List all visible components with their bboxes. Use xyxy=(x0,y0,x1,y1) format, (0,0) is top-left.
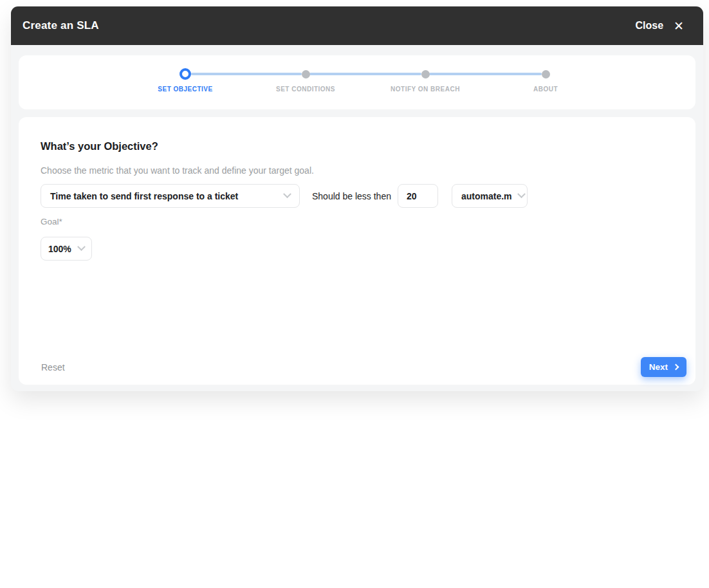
step-dot xyxy=(542,70,550,78)
goal-select[interactable]: 100% xyxy=(41,237,92,261)
stepper-step-set-conditions[interactable]: SET CONDITIONS xyxy=(246,68,365,93)
modal-title: Create an SLA xyxy=(23,19,99,32)
chevron-down-icon xyxy=(283,190,291,198)
step-dot xyxy=(302,70,310,78)
step-label: SET CONDITIONS xyxy=(276,86,335,93)
step-label: NOTIFY ON BREACH xyxy=(391,86,460,93)
close-button-label: Close xyxy=(636,20,664,32)
stepper-step-about[interactable]: ABOUT xyxy=(486,68,605,93)
stepper-step-notify-on-breach[interactable]: NOTIFY ON BREACH xyxy=(366,68,484,93)
goal-label: Goal* xyxy=(41,217,62,226)
goal-select-value: 100% xyxy=(48,244,71,254)
metric-select[interactable]: Time taken to send first response to a t… xyxy=(41,184,300,208)
stepper-step-set-objective[interactable]: SET OBJECTIVE xyxy=(126,68,244,93)
step-dot xyxy=(421,70,430,78)
threshold-input[interactable] xyxy=(398,184,438,208)
condition-label: Should be less then xyxy=(312,184,391,208)
create-sla-modal: Create an SLA Close ✕ SET OBJECTIVE SET … xyxy=(11,6,703,391)
step-dot xyxy=(180,68,191,80)
page-title: What’s your Objective? xyxy=(41,140,158,152)
unit-select-value: automate.m xyxy=(461,191,512,201)
next-button[interactable]: Next xyxy=(641,357,686,377)
stepper: SET OBJECTIVE SET CONDITIONS NOTIFY ON B… xyxy=(19,55,695,109)
step-dot-wrap xyxy=(542,68,550,80)
next-button-label: Next xyxy=(649,362,668,372)
step-label: ABOUT xyxy=(533,86,558,93)
chevron-down-icon xyxy=(77,243,86,251)
step-dot-wrap xyxy=(421,68,430,80)
chevron-down-icon xyxy=(517,190,526,198)
unit-select[interactable]: automate.m xyxy=(452,184,528,208)
modal-header: Create an SLA Close ✕ xyxy=(11,6,703,45)
step-dot-wrap xyxy=(302,68,310,80)
reset-button[interactable]: Reset xyxy=(41,362,65,372)
objective-form-card: What’s your Objective? Choose the metric… xyxy=(19,117,695,385)
page-description: Choose the metric that you want to track… xyxy=(41,165,314,176)
step-dot-wrap xyxy=(180,68,191,80)
chevron-right-icon xyxy=(673,364,679,371)
close-icon: ✕ xyxy=(674,20,684,32)
close-button[interactable]: Close ✕ xyxy=(636,20,685,32)
step-label: SET OBJECTIVE xyxy=(158,86,212,93)
metric-select-value: Time taken to send first response to a t… xyxy=(50,191,238,201)
